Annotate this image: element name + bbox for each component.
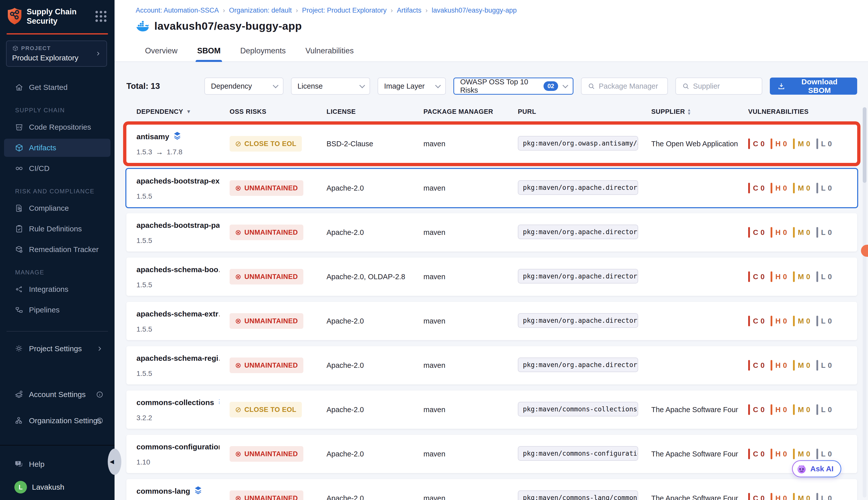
sort-updown-icon[interactable]: ▴▾ [688, 108, 690, 115]
table-row[interactable]: apacheds-bootstrap-ex…1.5.5⊗UNMAINTAINED… [126, 169, 857, 207]
download-icon [777, 82, 786, 90]
sidebar-item-project-settings[interactable]: Project Settings [4, 340, 111, 358]
scrollbar-thumb[interactable] [863, 107, 867, 183]
purl-chip[interactable]: pkg:maven/commons-lang/commons-l… [518, 490, 638, 500]
tab-sbom[interactable]: SBOM [196, 46, 222, 61]
severity-bar [748, 271, 750, 282]
vertical-scrollbar[interactable] [863, 107, 867, 498]
version-to: 1.7.8 [167, 148, 182, 156]
table-row[interactable]: apacheds-schema-boo…1.5.5⊗UNMAINTAINEDAp… [126, 258, 857, 296]
severity-bar [770, 404, 772, 415]
purl-chip[interactable]: pkg:maven/org.apache.directory.s… [518, 180, 638, 195]
severity-count: 0 [761, 317, 765, 325]
sidebar-item-remediation-tracker[interactable]: Remediation Tracker [4, 240, 111, 259]
purl-chip[interactable]: pkg:maven/org.apache.directory.s… [518, 269, 638, 284]
table-row[interactable]: commons-lang⊗UNMAINTAINEDApache-2.0maven… [126, 479, 857, 500]
severity-chip: C0 [748, 404, 765, 415]
column-header-dependency[interactable]: DEPENDENCY▼ [126, 108, 219, 116]
table-row[interactable]: apacheds-schema-extr…1.5.5⊗UNMAINTAINEDA… [126, 302, 857, 340]
dependency-filter-select[interactable]: Dependency [204, 78, 284, 95]
supplier-value: The Apache Software Foun… [651, 406, 738, 414]
severity-bar [748, 138, 750, 149]
purl-chip[interactable]: pkg:maven/org.apache.directory.s… [518, 225, 638, 239]
oss-risk-badge: ⊗UNMAINTAINED [230, 446, 303, 462]
supplier-search[interactable] [675, 78, 762, 95]
sidebar: Supply Chain Security PROJECT Product Ex… [0, 0, 115, 500]
infinity-icon [14, 164, 24, 173]
sidebar-item-pipelines[interactable]: Pipelines [4, 301, 111, 319]
circle-x-icon: ⊗ [235, 317, 241, 325]
sidebar-item-ci-cd[interactable]: CI/CD [4, 159, 111, 178]
sidebar-item-compliance[interactable]: Compliance [4, 199, 111, 217]
project-label-row: PROJECT [12, 45, 101, 52]
image-layer-filter-select[interactable]: Image Layer [378, 78, 446, 95]
dependency-name: apacheds-bootstrap-pa… [136, 221, 219, 230]
oss-risk-badge: ⊗UNMAINTAINED [230, 269, 303, 284]
sidebar-collapse-handle[interactable]: ◀ [108, 448, 121, 475]
breadcrumb-project[interactable]: Project: Product Exploratory [302, 7, 387, 14]
severity-chip: M0 [793, 360, 810, 371]
search-icon [587, 82, 595, 90]
ask-ai-button[interactable]: Ask AI [792, 460, 841, 477]
table-row[interactable]: commons-collections3.2.2⊘CLOSE TO EOLApa… [126, 390, 857, 429]
severity-bar [816, 404, 818, 415]
owasp-risks-filter-select[interactable]: OWASP OSS Top 10 Risks 02 [453, 78, 574, 95]
severity-bar [793, 183, 795, 193]
sidebar-item-artifacts[interactable]: Artifacts [4, 139, 111, 157]
purl-chip[interactable]: pkg:maven/commons-collections/co… [518, 402, 638, 417]
tab-deployments[interactable]: Deployments [239, 46, 287, 61]
tab-vulnerabilities[interactable]: Vulnerabilities [304, 46, 355, 61]
version: 1.5.5 [136, 325, 152, 333]
sidebar-item-label: Organization Settings [29, 417, 101, 425]
project-selector[interactable]: PROJECT Product Exploratory [6, 41, 107, 67]
license-filter-select[interactable]: License [291, 78, 370, 95]
purl-chip[interactable]: pkg:maven/org.apache.directory.s… [518, 357, 638, 372]
breadcrumb-organization[interactable]: Organization: default [229, 7, 292, 14]
sidebar-item-help[interactable]: ? Help [4, 455, 111, 473]
sidebar-item-integrations[interactable]: Integrations [4, 280, 111, 298]
download-sbom-button[interactable]: Download SBOM [770, 78, 857, 95]
sidebar-item-rule-definitions[interactable]: Rule Definitions [4, 220, 111, 238]
severity-chip: L0 [816, 448, 832, 459]
package-manager-input[interactable] [598, 82, 661, 90]
severity-chip: C0 [748, 271, 765, 282]
filter-count-badge: 02 [544, 81, 558, 91]
sidebar-nav: Get StartedSUPPLY CHAINCode Repositories… [0, 67, 115, 319]
breadcrumb-artifacts[interactable]: Artifacts [397, 7, 422, 14]
severity-bar [748, 404, 750, 415]
info-icon[interactable] [96, 417, 103, 424]
package-manager-search[interactable] [581, 78, 668, 95]
sidebar-item-account-settings[interactable]: Account Settings [4, 385, 111, 404]
license-value: Apache-2.0 [327, 184, 364, 192]
supplier-input[interactable] [693, 82, 756, 90]
table-row[interactable]: apacheds-bootstrap-pa…1.5.5⊗UNMAINTAINED… [126, 213, 857, 251]
layers-icon [194, 486, 203, 497]
severity-count: 0 [761, 273, 765, 281]
user-menu[interactable]: L Lavakush [14, 481, 111, 493]
purl-chip[interactable]: pkg:maven/commons-configuration/… [518, 446, 638, 461]
severity-bar [770, 360, 772, 371]
oss-risk-badge: ⊘CLOSE TO EOL [230, 402, 302, 418]
cube-icon [14, 143, 24, 152]
severity-count: 0 [828, 494, 832, 500]
breadcrumb-account[interactable]: Account: Automation-SSCA [136, 7, 219, 14]
table-row[interactable]: commons-configuration1.10⊗UNMAINTAINEDAp… [126, 435, 857, 473]
table-row[interactable]: antisamy1.5.3→1.7.8⊘CLOSE TO EOLBSD-2-Cl… [126, 125, 857, 163]
purl-chip[interactable]: pkg:maven/org.apache.directory.s… [518, 313, 638, 328]
module-switcher-grid-icon[interactable] [95, 11, 106, 22]
sidebar-item-code-repositories[interactable]: Code Repositories [4, 118, 111, 136]
table-row[interactable]: apacheds-schema-regi…1.5.5⊗UNMAINTAINEDA… [126, 346, 857, 384]
purl-chip[interactable]: pkg:maven/org.owasp.antisamy/ant… [518, 136, 638, 150]
column-header-supplier[interactable]: SUPPLIER▴▾ [641, 108, 738, 116]
tab-overview[interactable]: Overview [144, 46, 179, 61]
sidebar-item-get-started[interactable]: Get Started [4, 78, 111, 96]
info-icon[interactable] [96, 391, 103, 398]
sort-desc-icon[interactable]: ▼ [186, 109, 191, 115]
package-manager-value: maven [423, 228, 445, 236]
sidebar-item-organization-settings[interactable]: Organization Settings [4, 412, 111, 430]
page-header: Account: Automation-SSCA › Organization:… [115, 0, 868, 62]
severity-count: 0 [783, 494, 787, 500]
breadcrumb-current[interactable]: lavakush07/easy-buggy-app [432, 7, 517, 14]
sidebar-footer: ? Help L Lavakush [0, 445, 115, 500]
severity-count: 0 [828, 228, 832, 237]
